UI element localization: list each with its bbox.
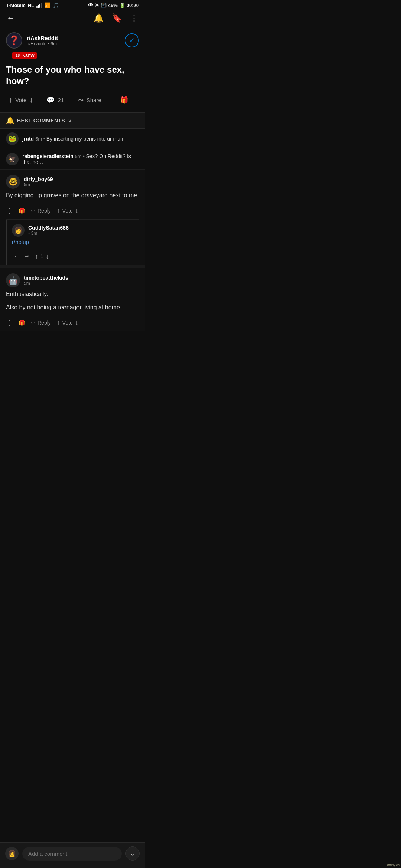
post-meta: u/Exzurite • 6m xyxy=(27,41,58,46)
back-button[interactable]: ← xyxy=(7,13,15,23)
subreddit-avatar-image: ❓ xyxy=(9,35,20,46)
subreddit-icon[interactable]: ❓ xyxy=(6,32,22,49)
comment-2-author-info: timetobeatthekids 5m xyxy=(24,275,68,286)
comment-1-reply-icon: ↩ xyxy=(31,208,35,214)
downvote-icon[interactable]: ↓ xyxy=(29,96,33,104)
comment-2-award-button[interactable]: 🎁 xyxy=(19,320,25,326)
battery-icon: 🔋 xyxy=(119,3,125,8)
compact-comment-1-text: jrutd 5m • By inserting my penis into ur… xyxy=(22,136,139,142)
nested-1-vote-group[interactable]: ↑ 1 ↓ xyxy=(35,253,49,260)
share-action[interactable]: ⤳ Share xyxy=(72,93,107,107)
comment-1-downvote-icon[interactable]: ↓ xyxy=(75,207,78,215)
comment-1-author-row: 🤓 dirty_boy69 5m xyxy=(6,175,139,189)
signal-bars-icon xyxy=(36,3,42,8)
comment-1-reply-button[interactable]: ↩ Reply xyxy=(31,208,51,214)
nested-1-downvote-icon[interactable]: ↓ xyxy=(46,253,49,260)
best-comments-label: BEST COMMENTS xyxy=(17,118,65,124)
upvote-icon[interactable]: ↑ xyxy=(9,96,12,104)
post-title: Those of you who have sex, how? xyxy=(0,62,145,93)
action-bar: ↑ Vote ↓ 💬 21 ⤳ Share 🎁 xyxy=(0,93,145,113)
comment-2-vote-group[interactable]: ↑ Vote ↓ xyxy=(57,319,78,327)
comments-icon: 💬 xyxy=(46,96,55,104)
join-button[interactable]: ✓ xyxy=(125,33,139,47)
status-bar: T-Mobile NL 📶 🎵 👁 ✳ 📳 45% 🔋 00:20 xyxy=(0,0,145,10)
nested-1-username[interactable]: CuddlySatan666 xyxy=(28,225,69,231)
post-header: ❓ r/AskReddit u/Exzurite • 6m ✓ xyxy=(0,27,145,52)
nested-1-upvote-icon[interactable]: ↑ xyxy=(35,253,38,260)
compact-comment-2[interactable]: 🦅 rabengeieradlerstein 5m • Sex? On Redd… xyxy=(0,149,145,170)
subreddit-info: r/AskReddit u/Exzurite • 6m xyxy=(27,35,58,46)
comment-2-reply-button[interactable]: ↩ Reply xyxy=(31,320,51,326)
compact-comment-2-username: rabengeieradlerstein xyxy=(22,153,74,159)
nested-1-author-row: 👩 CuddlySatan666 • 3m xyxy=(12,224,134,237)
comment-2-more-icon[interactable]: ⋮ xyxy=(6,319,13,327)
full-comment-1: 🤓 dirty_boy69 5m By digging up graves on… xyxy=(0,170,145,265)
comment-2-vote-label: Vote xyxy=(62,320,73,326)
full-comment-2: 🤖 timetobeatthekids 5m Enthusiastically.… xyxy=(0,265,145,331)
nested-1-reply-button[interactable]: ↩ xyxy=(25,253,29,259)
more-options-icon[interactable]: ⋮ xyxy=(130,13,138,23)
post-username[interactable]: u/Exzurite xyxy=(27,41,46,46)
subreddit-name[interactable]: r/AskReddit xyxy=(27,35,58,41)
award-icon: 🎁 xyxy=(120,96,128,104)
sort-icon: 🔔 xyxy=(6,116,14,125)
comment-1-vote-label: Vote xyxy=(62,208,73,214)
top-nav: ← 🔔 🔖 ⋮ xyxy=(0,10,145,27)
comment-1-upvote-icon[interactable]: ↑ xyxy=(57,207,60,215)
award-action[interactable]: 🎁 xyxy=(107,93,141,107)
comment-2-actions: ⋮ 🎁 ↩ Reply ↑ Vote ↓ xyxy=(6,316,139,331)
comment-2-upvote-icon[interactable]: ↑ xyxy=(57,319,60,327)
comment-2-award-icon: 🎁 xyxy=(19,320,25,326)
nested-1-avatar: 👩 xyxy=(12,224,25,237)
comment-1-avatar: 🤓 xyxy=(6,175,20,189)
nested-1-author-info: CuddlySatan666 • 3m xyxy=(28,225,69,236)
comment-1-award-button[interactable]: 🎁 xyxy=(19,208,25,214)
vibrate-icon: 📳 xyxy=(101,3,107,8)
region-label: NL xyxy=(28,3,34,8)
comment-2-avatar-image: 🤖 xyxy=(9,276,18,285)
vote-action[interactable]: ↑ Vote ↓ xyxy=(4,93,38,107)
compact-comment-1[interactable]: 🐸 jrutd 5m • By inserting my penis into … xyxy=(0,129,145,149)
comments-action[interactable]: 💬 21 xyxy=(38,93,73,107)
nested-1-link[interactable]: r/holup xyxy=(12,239,29,245)
battery-label: 45% xyxy=(108,3,118,8)
nsfw-18-label: 18 xyxy=(14,53,21,58)
comment-1-body: By digging up graves on the graveyard ne… xyxy=(6,191,139,200)
comment-2-downvote-icon[interactable]: ↓ xyxy=(75,319,78,327)
status-left: T-Mobile NL 📶 🎵 xyxy=(6,2,59,8)
comment-1-vote-group[interactable]: ↑ Vote ↓ xyxy=(57,207,78,215)
nested-1-actions: ⋮ ↩ ↑ 1 ↓ xyxy=(12,249,134,265)
notification-bell-icon[interactable]: 🔔 xyxy=(94,13,104,23)
comment-1-username[interactable]: dirty_boy69 xyxy=(24,176,53,182)
bookmark-icon[interactable]: 🔖 xyxy=(112,13,122,23)
bluetooth-icon: ✳ xyxy=(95,2,99,8)
comment-2-avatar: 🤖 xyxy=(6,273,20,287)
spotify-icon: 🎵 xyxy=(53,2,59,8)
comment-1-more-icon[interactable]: ⋮ xyxy=(6,207,13,215)
nested-1-more-icon[interactable]: ⋮ xyxy=(12,252,19,260)
carrier-label: T-Mobile xyxy=(6,3,26,8)
nested-1-time: • 3m xyxy=(28,231,69,236)
compact-comment-1-avatar: 🐸 xyxy=(6,132,19,145)
status-right: 👁 ✳ 📳 45% 🔋 00:20 xyxy=(88,2,139,8)
compact-comment-2-text: rabengeieradlerstein 5m • Sex? On Reddit… xyxy=(22,153,139,165)
comment-2-body-line1: Enthusiastically. xyxy=(6,290,139,299)
comment-1-author-info: dirty_boy69 5m xyxy=(24,176,53,187)
share-label: Share xyxy=(87,97,101,103)
compact-comment-1-username: jrutd xyxy=(22,136,34,142)
compact-comment-2-time: 5m • xyxy=(75,154,86,159)
comment-2-username[interactable]: timetobeatthekids xyxy=(24,275,68,281)
nav-actions: 🔔 🔖 ⋮ xyxy=(94,13,138,23)
share-icon: ⤳ xyxy=(78,96,84,104)
nested-reply-1: 👩 CuddlySatan666 • 3m r/holup ⋮ ↩ xyxy=(6,220,139,265)
sort-chevron-icon[interactable]: ∨ xyxy=(68,118,72,124)
clock-label: 00:20 xyxy=(127,3,139,8)
comment-1-reply-label: Reply xyxy=(38,208,51,214)
comments-sort-bar[interactable]: 🔔 BEST COMMENTS ∨ xyxy=(0,113,145,129)
comment-2-time: 5m xyxy=(24,281,68,286)
compact-avatar-1-image: 🐸 xyxy=(8,135,16,143)
comment-count: 21 xyxy=(58,97,64,103)
compact-avatar-2-image: 🦅 xyxy=(8,155,16,163)
compact-comment-2-avatar: 🦅 xyxy=(6,153,19,165)
vote-label[interactable]: Vote xyxy=(15,97,26,103)
